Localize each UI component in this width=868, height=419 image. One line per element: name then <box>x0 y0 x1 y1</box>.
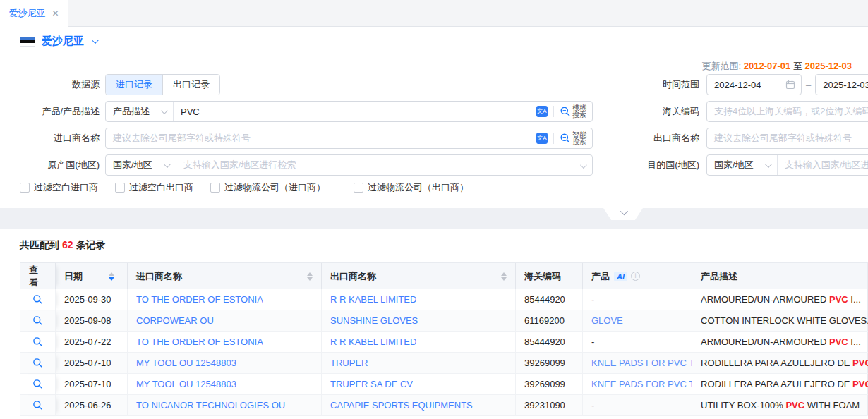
exporter-link[interactable]: R R KABEL LIMITED <box>330 294 416 305</box>
cell-product-description: ARMOURED/UN-ARMOURED PVC I... <box>692 289 868 310</box>
country-title[interactable]: 爱沙尼亚 <box>42 35 84 48</box>
country-header: 爱沙尼亚 <box>0 27 868 56</box>
filter-checkbox[interactable]: 过滤物流公司（进口商） <box>210 181 325 194</box>
date-to-value: 2025-12-03 <box>823 80 868 90</box>
checkbox-icon[interactable] <box>20 183 30 193</box>
filter-checkbox[interactable]: 过滤空白进口商 <box>20 181 98 194</box>
fuzzy-search-label[interactable]: 模糊搜索 <box>572 104 586 119</box>
table-body: 2025-09-30 TO THE ORDER OF ESTONIA R R K… <box>20 289 867 416</box>
import-records-toggle[interactable]: 进口记录 <box>106 75 162 95</box>
close-icon[interactable]: ✕ <box>52 8 59 18</box>
info-icon[interactable]: i <box>631 272 640 281</box>
exporter-link[interactable]: R R KABEL LIMITED <box>330 336 416 347</box>
export-records-toggle[interactable]: 出口记录 <box>162 75 219 95</box>
translate-icon[interactable]: 文A <box>536 106 548 117</box>
estonia-flag-icon <box>20 37 35 47</box>
cell-product-description: UTILITY BOX-100% PVC WITH FOAM <box>692 395 868 416</box>
update-to-word: 至 <box>793 61 802 71</box>
col-header-view: 查看 <box>20 263 56 289</box>
importer-link[interactable]: CORPOWEAR OU <box>136 315 214 326</box>
col-header-date[interactable]: 日期 <box>56 263 128 289</box>
fuzzy-search-icon[interactable] <box>560 106 571 117</box>
importer-label: 进口商名称 <box>20 132 100 145</box>
results-count: 共匹配到62条记录 <box>20 239 868 252</box>
magnifier-icon <box>32 336 43 347</box>
hs-code-input[interactable]: 支持4位以上海关编码，或2位海关编码加上 <box>706 101 868 122</box>
date-to-input[interactable]: 2025-12-03 <box>815 74 868 95</box>
hs-code-label: 海关编码 <box>593 105 699 118</box>
datasource-segmented: 进口记录 出口记录 <box>105 74 220 95</box>
tab-estonia[interactable]: 爱沙尼亚 ✕ <box>0 0 68 27</box>
exporter-input[interactable]: 建议去除公司尾部字符或特殊符号 <box>706 128 868 149</box>
magnifier-icon <box>32 315 43 326</box>
product-link[interactable]: KNEE PADS FOR PVC T... <box>591 379 692 389</box>
col-header-importer[interactable]: 进口商名称 <box>128 263 322 289</box>
importer-input[interactable]: 建议去除公司尾部字符或特殊符号 <box>106 132 536 145</box>
view-record-button[interactable] <box>32 294 43 305</box>
col-header-exporter[interactable]: 出口商名称 <box>322 263 516 289</box>
smart-search-icon[interactable] <box>560 133 571 144</box>
cell-product-description: RODILLERA PARA AZULEJERO DE PVC <box>692 374 868 395</box>
filter-checkbox-row: 过滤空白进口商 过滤空白出口商 过滤物流公司（进口商） 过滤物流公司（出口商） <box>0 181 868 194</box>
cell-hs-code: 39269099 <box>516 374 583 395</box>
importer-link[interactable]: MY TOOL OU 12548803 <box>136 379 236 389</box>
view-record-button[interactable] <box>32 336 43 347</box>
table-header: 查看 日期 进口商名称 出口商名称 海关编码 产品 <box>20 263 867 289</box>
importer-link[interactable]: TO NICANOR TECHNOLOGIES OU <box>136 400 285 411</box>
product-link: - <box>591 336 594 347</box>
view-record-button[interactable] <box>32 358 43 368</box>
sort-control-date[interactable] <box>109 272 114 281</box>
destination-country-input[interactable]: 支持输入国家/地区进行检索 <box>778 159 868 171</box>
product-type-select[interactable]: 产品描述 <box>106 102 174 121</box>
view-record-button[interactable] <box>32 315 43 326</box>
view-record-button[interactable] <box>32 379 43 389</box>
product-link[interactable]: GLOVE <box>591 315 623 326</box>
cell-date: 2025-09-08 <box>56 310 128 332</box>
date-from-value: 2024-12-04 <box>714 80 761 90</box>
cell-date: 2025-06-26 <box>56 395 128 416</box>
filter-checkbox[interactable]: 过滤物流公司（出口商） <box>354 181 469 194</box>
origin-country-input[interactable]: 支持输入国家/地区进行检索 <box>176 159 580 171</box>
smart-search-label[interactable]: 智能搜索 <box>572 131 586 145</box>
divider <box>553 106 554 117</box>
results-panel: 共匹配到62条记录 查看 日期 进口商名称 出口商名称 <box>0 229 868 419</box>
table-row: 2025-07-10 MY TOOL OU 12548803 TRUPER SA… <box>20 374 867 395</box>
product-input[interactable]: PVC <box>174 107 536 117</box>
cell-product-description: COTTON INTERLOCK WHITE GLOVES... <box>692 310 868 332</box>
checkbox-icon[interactable] <box>354 183 363 193</box>
filter-checkbox[interactable]: 过滤空白出口商 <box>115 181 193 194</box>
col-header-hs-code: 海关编码 <box>516 263 583 289</box>
product-link[interactable]: KNEE PADS FOR PVC T... <box>591 358 692 368</box>
destination-country-select[interactable]: 国家/地区 <box>707 155 778 175</box>
product-label: 产品/产品描述 <box>20 105 100 118</box>
exporter-link[interactable]: TRUPER SA DE CV <box>330 379 413 389</box>
collapse-panel-handle[interactable] <box>603 208 643 220</box>
exporter-link[interactable]: SUNSHINE GLOVES <box>330 315 418 326</box>
product-link: - <box>591 400 594 411</box>
time-range-label: 时间范围 <box>593 78 699 91</box>
destination-country-field: 国家/地区 支持输入国家/地区进行检索 <box>706 154 868 176</box>
magnifier-icon <box>32 358 43 368</box>
checkbox-icon[interactable] <box>115 183 125 193</box>
cell-hs-code: 85444920 <box>516 289 583 310</box>
cell-hs-code: 85444920 <box>516 332 583 353</box>
origin-country-select[interactable]: 国家/地区 <box>106 155 176 175</box>
chevron-down-icon[interactable] <box>92 37 99 44</box>
exporter-link[interactable]: TRUPER <box>330 358 368 368</box>
chevron-down-icon[interactable] <box>580 162 587 169</box>
cell-hs-code: 39269099 <box>516 353 583 374</box>
calendar-icon <box>785 80 795 90</box>
sort-control-importer[interactable] <box>307 272 313 281</box>
chevron-down-icon <box>765 161 772 168</box>
view-record-button[interactable] <box>32 400 43 411</box>
magnifier-icon <box>32 400 43 411</box>
translate-icon[interactable]: 文A <box>536 133 548 144</box>
date-from-input[interactable]: 2024-12-04 <box>706 74 802 95</box>
checkbox-icon[interactable] <box>210 183 220 193</box>
importer-link[interactable]: MY TOOL OU 12548803 <box>136 358 236 368</box>
exporter-link[interactable]: CAPAPIE SPORTS EQUIPMENTS <box>330 400 473 411</box>
sort-control-exporter[interactable] <box>501 272 507 281</box>
importer-link[interactable]: TO THE ORDER OF ESTONIA <box>136 336 263 347</box>
table-row: 2025-09-30 TO THE ORDER OF ESTONIA R R K… <box>20 289 867 310</box>
importer-link[interactable]: TO THE ORDER OF ESTONIA <box>136 294 263 305</box>
